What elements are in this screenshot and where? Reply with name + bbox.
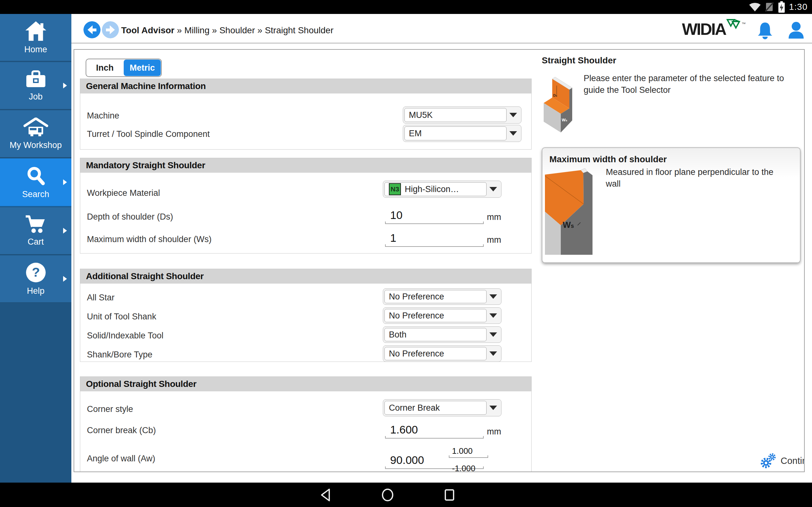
tooltip-title: Maximum width of shoulder <box>549 154 667 164</box>
depth-of-shoulder-value: 10 <box>390 209 403 222</box>
search-icon <box>26 165 46 186</box>
all-star-label: All Star <box>87 293 114 302</box>
angle-tolerance-plus-value: 1.000 <box>452 446 473 456</box>
turret-label: Turret / Tool Spindle Component <box>87 129 210 139</box>
corner-style-label: Corner style <box>87 404 133 414</box>
workpiece-material-label: Workpiece Material <box>87 188 160 198</box>
android-home-icon[interactable] <box>380 488 395 502</box>
angle-tolerance-minus-input[interactable]: -1.000 <box>449 460 488 472</box>
workshop-icon <box>23 118 48 137</box>
shank-bore-type-value: No Preference <box>389 349 444 359</box>
sidebar-item-home[interactable]: Home <box>0 14 71 61</box>
sidebar-item-label: Home <box>24 45 47 55</box>
corner-break-label: Corner break (Cb) <box>87 426 156 435</box>
breadcrumb-root[interactable]: Tool Advisor <box>121 25 174 35</box>
max-width-label: Maximum width of shoulder (Ws) <box>87 234 212 244</box>
sidebar-item-label: Job <box>29 92 43 102</box>
corner-break-unit: mm <box>487 427 501 437</box>
unit-of-tool-shank-value: No Preference <box>389 311 444 321</box>
forward-button[interactable] <box>102 21 119 38</box>
sidebar-item-search[interactable]: Search <box>0 158 71 207</box>
workpiece-material-select[interactable]: N3 High-Silicon… <box>383 181 502 198</box>
back-button[interactable] <box>84 21 101 38</box>
android-recents-icon[interactable] <box>443 488 456 502</box>
status-bar: 1:30 <box>0 0 812 14</box>
unit-metric-button[interactable]: Metric <box>124 60 161 76</box>
chevron-right-icon <box>63 83 67 89</box>
sidebar-item-label: Cart <box>28 237 44 247</box>
angle-tolerance-plus-input[interactable]: 1.000 <box>449 445 488 458</box>
section-header: Optional Straight Shoulder <box>80 377 531 391</box>
sidebar-item-label: Search <box>22 189 49 199</box>
unit-inch-button[interactable]: Inch <box>86 59 123 76</box>
turret-value: EM <box>409 129 422 138</box>
chevron-down-icon <box>490 406 497 410</box>
chevron-right-icon <box>63 276 67 282</box>
max-width-tooltip-card: Maximum width of shoulder Ws Measured in… <box>542 147 801 263</box>
machine-select[interactable]: MU5K <box>403 107 521 124</box>
breadcrumb: Tool Advisor » Milling » Shoulder » Stra… <box>121 25 334 36</box>
corner-style-select[interactable]: Corner Break <box>383 399 502 416</box>
android-back-icon[interactable] <box>319 488 333 502</box>
home-icon <box>24 20 48 42</box>
breadcrumb-shoulder[interactable]: Shoulder <box>219 25 255 35</box>
depth-of-shoulder-label: Depth of shoulder (Ds) <box>87 212 173 222</box>
section-header: Mandatory Straight Shoulder <box>80 158 531 173</box>
tooltip-description: Measured in floor plane perpendicular to… <box>606 166 783 190</box>
trademark-symbol: ™ <box>742 21 746 26</box>
sidebar-item-job[interactable]: Job <box>0 62 71 110</box>
toolbox-icon <box>24 70 47 89</box>
machine-value: MU5K <box>409 110 433 120</box>
main-panel: Inch Metric General Machine Information … <box>73 49 805 472</box>
wifi-icon <box>749 2 761 12</box>
sidebar-item-help[interactable]: ? Help <box>0 256 71 303</box>
breadcrumb-straight-shoulder: Straight Shoulder <box>265 25 334 35</box>
chevron-down-icon <box>490 314 497 318</box>
solid-indexable-label: Solid/Indexable Tool <box>87 331 163 341</box>
no-signal-icon <box>765 2 774 12</box>
continue-button[interactable]: Continue <box>760 453 805 469</box>
chevron-right-icon <box>63 179 67 185</box>
straight-shoulder-diagram: Ds Ws <box>542 73 575 134</box>
breadcrumb-milling[interactable]: Milling <box>184 25 209 35</box>
cart-icon <box>24 215 47 234</box>
svg-text:?: ? <box>32 265 40 279</box>
sidebar-item-cart[interactable]: Cart <box>0 207 71 255</box>
section-header: Additional Straight Shoulder <box>80 269 531 284</box>
sidebar-item-my-workshop[interactable]: My Workshop <box>0 110 71 158</box>
angle-tolerance-minus-value: -1.000 <box>452 464 475 472</box>
app-screen: 1:30 Tool Advisor » Milling » Shoulder »… <box>0 0 812 507</box>
continue-label: Continue <box>780 456 805 466</box>
max-width-diagram: Ws <box>545 168 593 256</box>
chevron-down-icon <box>509 113 517 117</box>
widia-mark-icon <box>726 17 742 31</box>
workpiece-material-value: High-Silicon… <box>405 184 459 194</box>
chevron-down-icon <box>490 294 497 299</box>
person-icon[interactable] <box>787 21 805 39</box>
all-star-value: No Preference <box>389 292 444 302</box>
feature-description: Please enter the parameter of the select… <box>583 72 786 96</box>
status-time: 1:30 <box>789 2 808 12</box>
corner-break-value: 1.600 <box>390 424 418 436</box>
angle-of-wall-label: Angle of wall (Aw) <box>87 454 155 464</box>
max-width-value: 1 <box>390 232 396 244</box>
depth-unit: mm <box>487 212 501 222</box>
turret-select[interactable]: EM <box>403 125 521 142</box>
bell-icon[interactable] <box>757 21 774 39</box>
unit-toggle: Inch Metric <box>86 59 162 77</box>
max-width-input[interactable]: 1 <box>385 231 484 247</box>
shank-bore-type-select[interactable]: No Preference <box>383 345 502 362</box>
gears-icon <box>760 453 776 469</box>
corner-break-input[interactable]: 1.600 <box>385 423 484 439</box>
feature-title: Straight Shoulder <box>542 55 616 66</box>
widia-logo: WIDIA ™ <box>682 21 746 38</box>
chevron-down-icon <box>509 131 517 135</box>
shank-bore-type-label: Shank/Bore Type <box>87 350 153 360</box>
sidebar-item-label: Help <box>27 286 45 296</box>
unit-of-tool-shank-select[interactable]: No Preference <box>383 307 502 324</box>
all-star-select[interactable]: No Preference <box>383 288 502 305</box>
solid-indexable-select[interactable]: Both <box>383 326 502 343</box>
angle-of-wall-value: 90.000 <box>390 454 424 466</box>
corner-style-value: Corner Break <box>389 403 440 413</box>
depth-of-shoulder-input[interactable]: 10 <box>385 208 484 224</box>
